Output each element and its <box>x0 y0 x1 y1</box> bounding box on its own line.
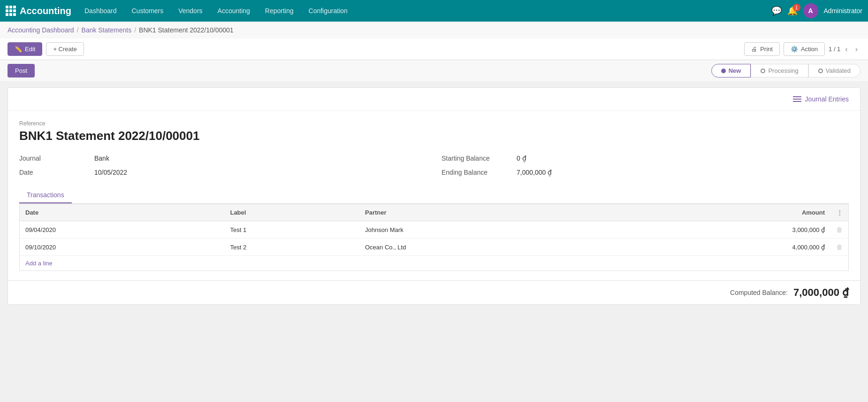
topnav-right: 💬 🔔 1 A Administrator <box>771 3 862 18</box>
edit-icon: ✏️ <box>15 46 22 53</box>
nav-item-accounting[interactable]: Accounting <box>210 0 258 22</box>
starting-balance-label: Starting Balance <box>442 155 517 162</box>
journal-field: Journal Bank <box>19 155 426 162</box>
table-row: 09/04/2020 Test 1 Johnson Mark 3,000,000… <box>20 221 848 239</box>
row2-delete[interactable]: 🗑 <box>830 239 848 256</box>
nav-item-vendors[interactable]: Vendors <box>171 0 210 22</box>
main-menu: Dashboard Customers Vendors Accounting R… <box>77 0 771 22</box>
reference-label: Reference <box>19 120 849 127</box>
step-validated-dot <box>818 69 823 73</box>
row2-date: 09/10/2020 <box>20 239 224 256</box>
step-new-dot <box>721 69 726 73</box>
row1-label: Test 1 <box>224 221 359 239</box>
top-navigation: Accounting Dashboard Customers Vendors A… <box>0 0 868 22</box>
app-logo[interactable]: Accounting <box>6 6 71 16</box>
print-icon: 🖨 <box>751 46 757 53</box>
gear-icon: ⚙️ <box>791 46 798 53</box>
table-row: 09/10/2020 Test 2 Ocean Co., Ltd 4,000,0… <box>20 239 848 256</box>
date-field: Date 10/05/2022 <box>19 169 426 176</box>
row2-amount: 4,000,000 ₫ <box>616 239 830 256</box>
nav-count: 1 / 1 <box>829 46 840 53</box>
record-navigation: 1 / 1 ‹ › <box>829 44 860 54</box>
computed-balance-label: Computed Balance: <box>730 289 788 296</box>
add-line[interactable]: Add a line <box>20 256 848 271</box>
footer-bar: Computed Balance: 7,000,000 ₫ <box>8 280 860 304</box>
admin-name[interactable]: Administrator <box>824 7 862 15</box>
col-amount: Amount <box>616 204 830 221</box>
status-bar: Post New Processing Validated <box>0 60 868 82</box>
tabs: Transactions <box>19 187 849 204</box>
tab-transactions[interactable]: Transactions <box>19 187 72 203</box>
post-button[interactable]: Post <box>8 64 35 77</box>
col-label: Label <box>224 204 359 221</box>
app-name: Accounting <box>20 6 71 16</box>
computed-balance-value: 7,000,000 ₫ <box>793 286 849 299</box>
row1-delete[interactable]: 🗑 <box>830 221 848 239</box>
col-partner: Partner <box>359 204 616 221</box>
row2-label: Test 2 <box>224 239 359 256</box>
record-title: BNK1 Statement 2022/10/00001 <box>19 129 849 143</box>
breadcrumb: Accounting Dashboard / Bank Statements /… <box>0 22 868 39</box>
col-options[interactable]: ⋮ <box>830 204 848 221</box>
row1-partner: Johnson Mark <box>359 221 616 239</box>
transactions-table: Date Label Partner Amount ⋮ 09/04/2020 T… <box>19 204 849 271</box>
notification-badge: 1 <box>793 4 800 11</box>
breadcrumb-bank-statements[interactable]: Bank Statements <box>82 26 132 34</box>
grid-icon <box>6 6 16 16</box>
row2-partner: Ocean Co., Ltd <box>359 239 616 256</box>
toolbar: ✏️ Edit + Create 🖨 Print ⚙️ Action 1 / 1… <box>0 39 868 60</box>
journal-value: Bank <box>94 155 109 162</box>
avatar: A <box>803 3 818 18</box>
status-steps: New Processing Validated <box>711 64 860 77</box>
journal-entries-button[interactable]: Journal Entries <box>789 93 853 105</box>
ending-balance-value: 7,000,000 ₫ <box>517 169 552 176</box>
breadcrumb-accounting-dashboard[interactable]: Accounting Dashboard <box>8 26 74 34</box>
card-body: Reference BNK1 Statement 2022/10/00001 J… <box>8 111 860 280</box>
row1-date: 09/04/2020 <box>20 221 224 239</box>
record-card: Journal Entries Reference BNK1 Statement… <box>8 87 860 305</box>
field-group-left: Journal Bank Date 10/05/2022 <box>19 155 426 176</box>
fields-grid: Journal Bank Date 10/05/2022 Starting Ba… <box>19 155 849 176</box>
nav-item-configuration[interactable]: Configuration <box>301 0 355 22</box>
row1-amount: 3,000,000 ₫ <box>616 221 830 239</box>
print-button[interactable]: 🖨 Print <box>744 42 780 56</box>
field-group-right: Starting Balance 0 ₫ Ending Balance 7,00… <box>442 155 849 176</box>
step-validated[interactable]: Validated <box>808 64 860 77</box>
step-processing-dot <box>761 69 765 73</box>
chat-icon[interactable]: 💬 <box>771 6 782 16</box>
next-record-arrow[interactable]: › <box>853 44 860 54</box>
date-label: Date <box>19 169 94 176</box>
nav-item-dashboard[interactable]: Dashboard <box>77 0 124 22</box>
create-button[interactable]: + Create <box>46 42 84 56</box>
step-new[interactable]: New <box>711 64 751 77</box>
breadcrumb-current: BNK1 Statement 2022/10/00001 <box>139 26 234 34</box>
nav-item-customers[interactable]: Customers <box>124 0 171 22</box>
step-processing[interactable]: Processing <box>751 64 808 77</box>
prev-record-arrow[interactable]: ‹ <box>842 44 850 54</box>
step-validated-label: Validated <box>826 67 851 74</box>
journal-label: Journal <box>19 155 94 162</box>
ending-balance-field: Ending Balance 7,000,000 ₫ <box>442 169 849 176</box>
delete-icon: 🗑 <box>836 243 843 251</box>
hamburger-icon <box>793 96 801 102</box>
action-button[interactable]: ⚙️ Action <box>784 42 825 56</box>
main-content: Journal Entries Reference BNK1 Statement… <box>0 82 868 318</box>
card-header: Journal Entries <box>8 88 860 111</box>
date-value: 10/05/2022 <box>94 169 127 176</box>
nav-item-reporting[interactable]: Reporting <box>258 0 301 22</box>
starting-balance-value: 0 ₫ <box>517 155 526 162</box>
ending-balance-label: Ending Balance <box>442 169 517 176</box>
step-new-label: New <box>729 67 741 74</box>
starting-balance-field: Starting Balance 0 ₫ <box>442 155 849 162</box>
col-date: Date <box>20 204 224 221</box>
step-processing-label: Processing <box>768 67 798 74</box>
notification-bell[interactable]: 🔔 1 <box>787 6 798 16</box>
delete-icon: 🗑 <box>836 226 843 233</box>
edit-button[interactable]: ✏️ Edit <box>8 42 42 56</box>
